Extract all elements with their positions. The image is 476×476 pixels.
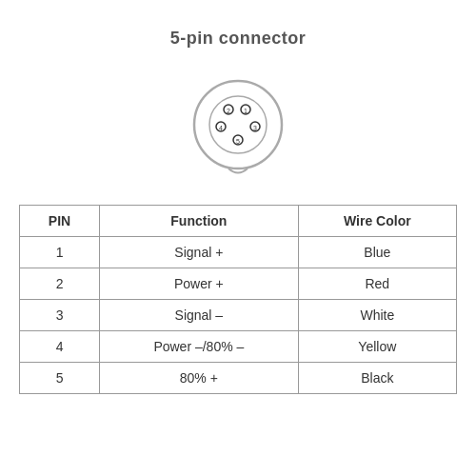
cell-pin: 4 xyxy=(20,331,100,363)
header-wire-color: Wire Color xyxy=(298,206,456,237)
cell-pin: 5 xyxy=(20,363,100,394)
svg-text:5: 5 xyxy=(236,138,240,145)
cell-pin: 2 xyxy=(20,268,100,300)
cell-wire-color: Yellow xyxy=(298,331,456,363)
cell-wire-color: Blue xyxy=(298,237,456,268)
table-row: 3Signal –White xyxy=(20,300,457,331)
svg-text:4: 4 xyxy=(219,125,223,131)
svg-point-0 xyxy=(194,81,282,169)
pin-table: PIN Function Wire Color 1Signal +Blue2Po… xyxy=(19,205,457,394)
svg-text:3: 3 xyxy=(253,125,257,131)
cell-function: Power –/80% – xyxy=(100,331,299,363)
cell-wire-color: White xyxy=(298,300,456,331)
cell-function: Signal – xyxy=(100,300,299,331)
table-row: 580% +Black xyxy=(20,363,457,394)
table-row: 4Power –/80% –Yellow xyxy=(20,331,457,363)
header-function: Function xyxy=(100,206,299,237)
cell-pin: 3 xyxy=(20,300,100,331)
cell-function: Signal + xyxy=(100,237,299,268)
svg-text:2: 2 xyxy=(227,108,230,114)
connector-diagram: 1 2 3 4 5 xyxy=(181,68,295,182)
header-pin: PIN xyxy=(20,206,100,237)
svg-text:1: 1 xyxy=(244,108,248,114)
table-row: 2Power +Red xyxy=(20,268,457,300)
table-row: 1Signal +Blue xyxy=(20,237,457,268)
cell-wire-color: Red xyxy=(298,268,456,300)
cell-function: Power + xyxy=(100,268,299,300)
cell-wire-color: Black xyxy=(298,363,456,394)
page-title: 5-pin connector xyxy=(170,29,307,49)
cell-pin: 1 xyxy=(20,237,100,268)
cell-function: 80% + xyxy=(100,363,299,394)
